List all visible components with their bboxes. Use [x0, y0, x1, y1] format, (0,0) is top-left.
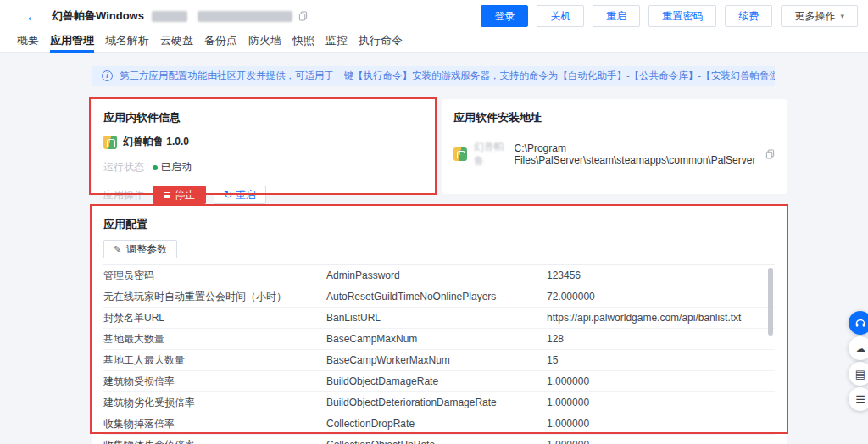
feedback-fab[interactable]: ☁ — [849, 336, 868, 360]
operations-row: 应用操作 停止 ↻ 重启 — [103, 186, 423, 204]
table-scrollbar[interactable] — [768, 268, 773, 336]
restart-label: 重启 — [236, 188, 256, 203]
header-actions: 登录关机重启重置密码续费 — [481, 5, 772, 27]
cloud-icon: ☁ — [855, 342, 866, 355]
config-value-cell: 1.000000 — [547, 418, 775, 430]
config-key-cell: BuildObjectDeteriorationDamageRate — [326, 397, 547, 408]
config-table-row: 建筑物受损倍率 BuildObjectDamageRate 1.000000 — [103, 371, 775, 392]
config-value-cell: https://api.palworldgame.com/api/banlist… — [547, 312, 775, 324]
config-value-cell: 128 — [547, 333, 775, 345]
status-row: 运行状态 已启动 — [103, 160, 423, 175]
config-key-cell: CollectionObjectHpRate — [326, 439, 547, 444]
palworld-app-icon — [453, 147, 467, 161]
adjust-params-label: 调整参数 — [126, 242, 167, 257]
stop-icon — [164, 192, 170, 198]
status-label: 运行状态 — [103, 160, 153, 175]
config-key-cell: CollectionDropRate — [326, 418, 547, 430]
config-table-row: 基地工人最大数量 BaseCampWorkerMaxNum 15 — [103, 350, 775, 371]
top-chrome: ← 幻兽帕鲁Windows 登录关机重启重置密码续费 更多操作 ▾ 概要应用管理… — [0, 0, 868, 53]
config-key-cell: BaseCampMaxNum — [326, 333, 547, 345]
config-key-cell: BaseCampWorkerMaxNum — [326, 354, 547, 366]
config-value-cell: 123456 — [547, 269, 775, 281]
config-value-cell: 1.000000 — [547, 375, 775, 387]
config-key-cell: BanListURL — [326, 312, 547, 324]
redacted-text — [198, 11, 292, 22]
tab-item[interactable]: 概要 — [17, 32, 39, 53]
more-actions-label: 更多操作 — [794, 9, 835, 24]
support-fab[interactable] — [849, 311, 868, 335]
info-icon: i — [102, 70, 113, 81]
running-dot-icon — [153, 165, 158, 170]
config-table: 管理员密码 AdminPassword 123456 无在线玩家时自动重置公会时… — [103, 264, 775, 444]
config-label-cell: 建筑物受损倍率 — [103, 375, 326, 389]
document-icon: ▤ — [855, 368, 865, 380]
info-banner: i 第三方应用配置功能由社区开发并提供，可适用于一键【执行命令】安装的游戏服务器… — [92, 66, 775, 86]
info-banner-text: 第三方应用配置功能由社区开发并提供，可适用于一键【执行命令】安装的游戏服务器，支… — [120, 69, 775, 82]
install-path-title: 应用软件安装地址 — [442, 99, 787, 125]
config-table-row: 收集物掉落倍率 CollectionDropRate 1.000000 — [103, 413, 775, 435]
header-action-button[interactable]: 登录 — [481, 5, 528, 27]
app-name: 幻兽帕鲁 — [474, 140, 508, 169]
config-label-cell: 管理员密码 — [103, 269, 326, 283]
software-info-title: 应用内软件信息 — [92, 99, 435, 125]
config-key-cell: AutoResetGuildTimeNoOnlinePlayers — [326, 291, 547, 302]
stop-label: 停止 — [175, 188, 195, 203]
config-value-cell: 1.000000 — [547, 397, 775, 408]
header-action-button[interactable]: 重启 — [593, 5, 640, 27]
config-label-cell: 无在线玩家时自动重置公会时间（小时） — [103, 290, 326, 304]
tab-item[interactable]: 备份点 — [204, 32, 237, 53]
config-key-cell: AdminPassword — [326, 269, 547, 281]
title-bar: ← 幻兽帕鲁Windows 登录关机重启重置密码续费 更多操作 ▾ — [0, 0, 868, 32]
config-rows: 管理员密码 AdminPassword 123456 无在线玩家时自动重置公会时… — [103, 265, 775, 444]
app-name-version: 幻兽帕鲁 1.0.0 — [123, 135, 189, 149]
tab-item[interactable]: 防火墙 — [248, 32, 281, 53]
tab-item[interactable]: 快照 — [292, 32, 314, 53]
app-row: 幻兽帕鲁 1.0.0 — [103, 135, 423, 149]
header-action-button[interactable]: 重置密码 — [648, 5, 716, 27]
install-path-row: 幻兽帕鲁 C:\Program Files\PalServer\steam\st… — [453, 140, 775, 169]
app-config-title: 应用配置 — [92, 206, 787, 232]
operations-label: 应用操作 — [103, 188, 153, 203]
config-table-row: 基地最大数量 BaseCampMaxNum 128 — [103, 329, 775, 350]
redacted-text — [152, 11, 187, 22]
install-path-value: C:\Program Files\PalServer\steam\steamap… — [515, 142, 759, 166]
config-key-cell: BuildObjectDamageRate — [326, 375, 547, 387]
restart-icon: ↻ — [224, 189, 232, 201]
chevron-down-icon: ▾ — [840, 12, 844, 20]
tab-item[interactable]: 域名解析 — [105, 32, 149, 53]
header-action-button[interactable]: 续费 — [725, 5, 772, 27]
install-path-card: 应用软件安装地址 幻兽帕鲁 C:\Program Files\PalServer… — [442, 99, 787, 194]
restart-button[interactable]: ↻ 重启 — [214, 186, 266, 204]
shortcut-fab[interactable]: ☰ — [849, 387, 868, 411]
header-action-button[interactable]: 关机 — [537, 5, 584, 27]
copy-icon[interactable] — [298, 11, 308, 21]
more-actions-button[interactable]: 更多操作 ▾ — [781, 5, 858, 27]
app-config-card: 应用配置 ✎ 调整参数 管理员密码 AdminPassword 123456 无… — [92, 206, 787, 444]
config-label-cell: 收集物掉落倍率 — [103, 417, 326, 431]
copy-icon[interactable] — [765, 149, 775, 159]
stop-button[interactable]: 停止 — [153, 186, 206, 204]
adjust-params-button[interactable]: ✎ 调整参数 — [103, 240, 177, 258]
config-value-cell: 72.000000 — [547, 291, 775, 302]
headset-icon — [854, 317, 866, 329]
tab-item[interactable]: 监控 — [326, 32, 348, 53]
config-label-cell: 收集物体生命值倍率 — [103, 438, 326, 444]
survey-fab[interactable]: ▤ — [849, 362, 868, 386]
config-table-row: 建筑物劣化受损倍率 BuildObjectDeteriorationDamage… — [103, 392, 775, 413]
status-badge: 已启动 — [153, 160, 192, 175]
instance-title: 幻兽帕鲁Windows — [52, 8, 144, 24]
config-label-cell: 基地工人最大数量 — [103, 353, 326, 368]
config-label-cell: 封禁名单URL — [103, 311, 326, 325]
status-value: 已启动 — [161, 161, 192, 173]
tab-item[interactable]: 云硬盘 — [160, 32, 193, 53]
config-value-cell: 15 — [547, 354, 775, 366]
software-info-card: 应用内软件信息 幻兽帕鲁 1.0.0 运行状态 已启动 应用操作 停止 ↻ 重启 — [92, 99, 435, 194]
config-value-cell: 1.000000 — [547, 439, 775, 444]
menu-icon: ☰ — [855, 393, 865, 406]
tab-item[interactable]: 应用管理 — [50, 32, 94, 53]
config-table-row: 封禁名单URL BanListURL https://api.palworldg… — [103, 308, 775, 329]
tab-item[interactable]: 执行命令 — [359, 32, 403, 53]
config-table-row: 无在线玩家时自动重置公会时间（小时） AutoResetGuildTimeNoO… — [103, 286, 775, 308]
back-arrow-icon[interactable]: ← — [25, 9, 40, 24]
config-table-row: 收集物体生命值倍率 CollectionObjectHpRate 1.00000… — [103, 435, 775, 444]
